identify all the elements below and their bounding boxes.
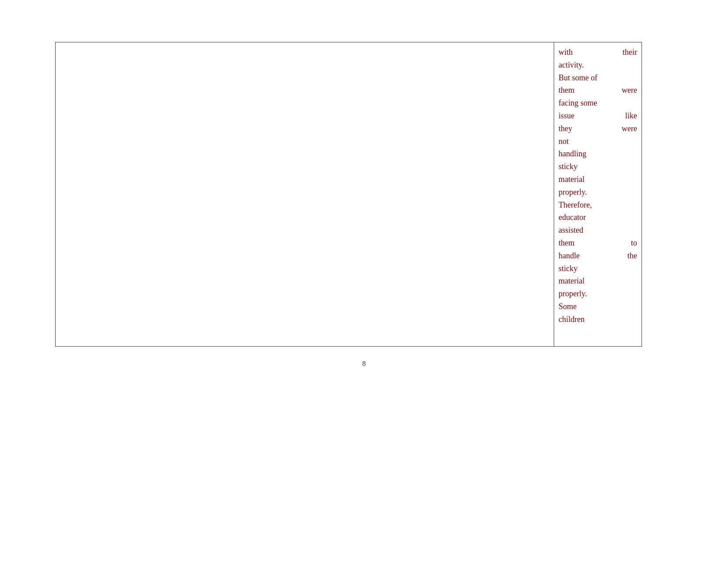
text-line-line15: assisted [559,224,637,237]
text-right-line1: their [623,46,637,59]
page-number-text: 8 [362,360,366,367]
text-line-line16: themto [559,237,637,249]
text-left-line16: them [559,237,574,249]
text-line-line13: Therefore, [559,199,637,212]
text-line-line2: activity. [559,59,637,72]
text-line-line10: sticky [559,160,637,173]
text-line-line20: properly. [559,287,637,300]
text-left-line7: they [559,122,572,135]
text-left-line17: handle [559,249,580,262]
text-line-line8: not [559,135,637,148]
text-right-line6: like [625,110,637,122]
text-line-line6: issuelike [559,110,637,122]
text-line-line7: theywere [559,122,637,135]
text-right-line17: the [627,249,637,262]
text-line-line5: facing some [559,97,637,110]
text-line-line12: properly. [559,186,637,199]
left-panel [55,42,554,347]
text-line-line9: handling [559,147,637,160]
right-panel: withtheiractivity.But some ofthemwerefac… [554,42,642,347]
text-line-line19: material [559,275,637,287]
text-line-line3: But some of [559,72,637,84]
text-right-line16: to [631,237,637,249]
content-area: withtheiractivity.But some ofthemwerefac… [55,42,673,347]
text-line-line21: Some [559,300,637,313]
text-left-line1: with [559,46,573,59]
text-line-line14: educator [559,211,637,224]
text-line-line18: sticky [559,262,637,275]
text-line-line4: themwere [559,84,637,97]
text-line-line17: handlethe [559,249,637,262]
page-number: 8 [55,360,673,368]
text-right-line7: were [622,122,637,135]
text-right-line4: were [622,84,637,97]
text-line-line1: withtheir [559,46,637,59]
text-left-line6: issue [559,110,574,122]
page-container: withtheiractivity.But some ofthemwerefac… [0,0,728,563]
text-left-line4: them [559,84,574,97]
text-line-line11: material [559,173,637,186]
text-line-line22: children [559,313,637,326]
